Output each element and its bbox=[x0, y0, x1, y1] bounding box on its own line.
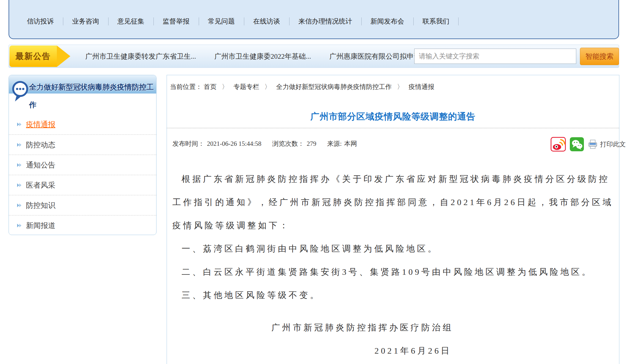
paragraph: 一、荔湾区白鹤洞街由中风险地区调整为低风险地区。 bbox=[172, 237, 615, 260]
print-link[interactable]: 打印此文 bbox=[600, 136, 626, 152]
nav-item-zaixianfangtan[interactable]: 在线访谈 bbox=[244, 17, 289, 26]
smart-search-button[interactable]: 智能搜索 bbox=[580, 48, 619, 65]
search-input[interactable] bbox=[414, 49, 576, 64]
share-row: 打印此文 bbox=[547, 136, 626, 152]
ribbon-label: 最新公告 bbox=[16, 51, 51, 62]
sidebar-menu: 疫情通报 防控动态 通知公告 医者风采 防控知识 新闻报道 bbox=[9, 114, 156, 235]
breadcrumb-label: 当前位置： bbox=[170, 83, 202, 90]
double-chevron-icon bbox=[17, 183, 22, 188]
announcement-link[interactable]: 广州市卫生健康委2022年基础... bbox=[214, 52, 311, 61]
double-chevron-icon bbox=[17, 142, 22, 147]
wechat-icon[interactable] bbox=[570, 137, 584, 151]
paragraph: 二、白云区永平街道集贤路集安街3号、集贤路109号由中风险地区调整为低风险地区。 bbox=[172, 260, 615, 284]
double-chevron-icon bbox=[17, 203, 22, 208]
announcement-bar: 最新公告 广州市卫生健康委转发广东省卫生... 广州市卫生健康委2022年基础.… bbox=[9, 45, 619, 68]
double-chevron-icon bbox=[17, 223, 22, 228]
breadcrumb: 当前位置： 首页 〉 专题专栏 〉 全力做好新型冠状病毒肺炎疫情防控工作 〉 疫… bbox=[167, 75, 619, 91]
breadcrumb-home[interactable]: 首页 bbox=[204, 83, 216, 90]
weibo-icon[interactable] bbox=[551, 137, 566, 152]
breadcrumb-zhuantizhuanlan[interactable]: 专题专栏 bbox=[234, 83, 259, 90]
latest-announcement-ribbon: 最新公告 bbox=[9, 46, 57, 67]
publish-time: 2021-06-26 15:44:58 bbox=[207, 140, 261, 147]
breadcrumb-separator: 〉 bbox=[222, 83, 228, 90]
sidebar-item-yiqingtongbao[interactable]: 疫情通报 bbox=[9, 114, 156, 134]
sidebar: 全力做好新型冠状病毒肺炎疫情防控工作 疫情通报 防控动态 通知公告 医者风采 防… bbox=[9, 75, 157, 235]
article-body: 根据广东省新冠肺炎防控指挥办《关于印发广东省应对新型冠状病毒肺炎疫情分区分级防控… bbox=[167, 167, 619, 362]
nav-item-laixinbanli[interactable]: 来信办理情况统计 bbox=[289, 17, 361, 26]
nav-item-lianxiwomen[interactable]: 联系我们 bbox=[413, 17, 459, 26]
article-meta: 发布时间：2021-06-26 15:44:58 浏览次数：279 来源:本网 bbox=[167, 136, 619, 152]
nav-item-xinwenfabuhui[interactable]: 新闻发布会 bbox=[361, 17, 413, 26]
breadcrumb-fangkonggongzuo[interactable]: 全力做好新型冠状病毒肺炎疫情防控工作 bbox=[276, 83, 392, 90]
source-label: 来源: bbox=[327, 140, 342, 147]
paragraph: 三、其他地区风险等级不变。 bbox=[172, 284, 615, 307]
sidebar-item-fangkongzhishi[interactable]: 防控知识 bbox=[9, 195, 156, 215]
divider bbox=[167, 128, 619, 128]
source-value: 本网 bbox=[344, 140, 357, 147]
publish-time-label: 发布时间： bbox=[172, 140, 205, 147]
views-label: 浏览次数： bbox=[272, 140, 304, 147]
article-date: 2021年6月26日 bbox=[172, 339, 615, 362]
breadcrumb-separator: 〉 bbox=[397, 83, 404, 90]
sidebar-item-tongzhigonggao[interactable]: 通知公告 bbox=[9, 155, 156, 175]
signature: 广州市新冠肺炎防控指挥办医疗防治组 bbox=[172, 316, 615, 339]
comment-bubble-icon bbox=[11, 80, 30, 103]
nav-item-yijianzhengji[interactable]: 意见征集 bbox=[108, 17, 153, 26]
double-chevron-icon bbox=[17, 163, 22, 167]
nav-item-yewuzixun[interactable]: 业务咨询 bbox=[63, 17, 108, 26]
double-chevron-icon bbox=[17, 122, 22, 127]
nav-item-jiandujubao[interactable]: 监督举报 bbox=[153, 17, 199, 26]
announcement-link[interactable]: 广州市卫生健康委转发广东省卫生... bbox=[85, 52, 196, 61]
views-count: 279 bbox=[307, 140, 316, 147]
top-nav-panel: 信访投诉 业务咨询 意见征集 监督举报 常见问题 在线访谈 来信办理情况统计 新… bbox=[9, 0, 619, 39]
breadcrumb-yiqingtongbao[interactable]: 疫情通报 bbox=[409, 83, 434, 90]
nav-item-changjianwenti[interactable]: 常见问题 bbox=[199, 17, 244, 26]
print-icon[interactable] bbox=[588, 140, 598, 149]
sidebar-item-xinwenbaodao[interactable]: 新闻报道 bbox=[9, 215, 156, 235]
article-panel: 当前位置： 首页 〉 专题专栏 〉 全力做好新型冠状病毒肺炎疫情防控工作 〉 疫… bbox=[167, 75, 619, 364]
sidebar-header: 全力做好新型冠状病毒肺炎疫情防控工作 bbox=[9, 75, 156, 112]
sidebar-item-fangkongdongtai[interactable]: 防控动态 bbox=[9, 134, 156, 155]
nav-item-xinfangtousu[interactable]: 信访投诉 bbox=[18, 17, 63, 26]
top-nav: 信访投诉 业务咨询 意见征集 监督举报 常见问题 在线访谈 来信办理情况统计 新… bbox=[9, 0, 618, 39]
breadcrumb-separator: 〉 bbox=[264, 83, 271, 90]
sidebar-item-yizhefengcai[interactable]: 医者风采 bbox=[9, 175, 156, 195]
article-title: 广州市部分区域疫情风险等级调整的通告 bbox=[167, 111, 619, 123]
announcement-news-list: 广州市卫生健康委转发广东省卫生... 广州市卫生健康委2022年基础... 广州… bbox=[85, 45, 459, 68]
paragraph: 根据广东省新冠肺炎防控指挥办《关于印发广东省应对新型冠状病毒肺炎疫情分区分级防控… bbox=[172, 167, 615, 237]
sidebar-title: 全力做好新型冠状病毒肺炎疫情防控工作 bbox=[9, 75, 156, 114]
